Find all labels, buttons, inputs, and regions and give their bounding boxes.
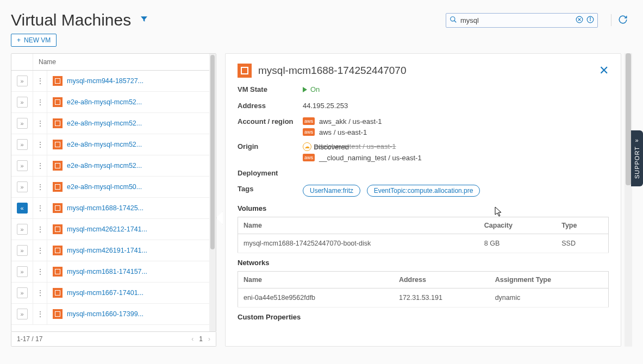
new-vm-button[interactable]: + NEW VM	[11, 34, 57, 47]
table-row[interactable]: eni-0a44e518e9562fdfb 172.31.53.191 dyna…	[238, 288, 609, 307]
expand-toggle[interactable]: »	[11, 283, 33, 303]
clear-search-icon[interactable]	[576, 16, 583, 25]
col-assignment[interactable]: Assignment Type	[490, 271, 609, 288]
chevron-right-icon[interactable]: »	[17, 224, 28, 235]
pager: ‹ 1 ›	[191, 335, 210, 343]
tags-value: UserName:fritz EventTopic:compute.alloca…	[303, 185, 609, 197]
chevron-right-icon[interactable]: »	[17, 118, 28, 129]
row-menu-icon[interactable]: ⋮	[33, 134, 47, 155]
header: Virtual Machines	[0, 0, 643, 34]
row-menu-icon[interactable]: ⋮	[33, 92, 47, 112]
expand-toggle[interactable]: »	[11, 113, 33, 134]
vm-name-link[interactable]: e2e-a8n-mysql-mcm52...	[67, 141, 142, 148]
plus-icon: +	[17, 36, 21, 44]
row-menu-icon[interactable]: ⋮	[33, 113, 47, 134]
row-menu-icon[interactable]: ⋮	[33, 155, 47, 176]
section-volumes: Volumes	[238, 204, 609, 212]
vm-list-row[interactable]: »⋮mysql-mcm426191-1741...	[11, 240, 216, 261]
vm-name-link[interactable]: e2e-a8n-mysql-mcm50...	[67, 183, 142, 191]
vm-list-row[interactable]: »⋮mysql-mcm944-185727...	[11, 71, 216, 92]
expand-toggle[interactable]: »	[11, 71, 33, 91]
expand-toggle[interactable]: »	[11, 155, 33, 176]
vm-list-row[interactable]: »⋮e2e-a8n-mysql-mcm52...	[11, 113, 216, 134]
table-row[interactable]: mysql-mcm1688-174252447070-boot-disk 8 G…	[238, 234, 609, 253]
chevron-right-icon[interactable]: »	[17, 76, 28, 86]
vm-icon	[53, 161, 63, 171]
vm-list-row[interactable]: »⋮e2e-a8n-mysql-mcm52...	[11, 92, 216, 113]
row-menu-icon[interactable]: ⋮	[33, 177, 47, 197]
expand-toggle[interactable]: »	[11, 92, 33, 112]
label-deployment: Deployment	[238, 169, 303, 177]
vm-list-row[interactable]: »⋮mysql-mcm1660-17399...	[11, 304, 216, 325]
col-type[interactable]: Type	[556, 217, 608, 234]
expand-toggle[interactable]: »	[11, 177, 33, 197]
chevron-right-icon[interactable]: »	[17, 245, 28, 256]
chevron-right-icon[interactable]: »	[17, 309, 28, 319]
vm-list-row[interactable]: »⋮e2e-a8n-mysql-mcm50...	[11, 177, 216, 198]
account-region-value: awsaws_akk / us-east-1 awsaws / us-east-…	[303, 117, 609, 139]
vm-icon	[53, 288, 63, 298]
expand-toggle[interactable]: »	[11, 261, 33, 282]
chevron-right-icon[interactable]: »	[17, 160, 28, 171]
cloud-icon: ☁	[303, 142, 311, 151]
col-address[interactable]: Address	[394, 271, 490, 288]
filter-icon[interactable]	[140, 15, 148, 26]
vm-name-link[interactable]: e2e-a8n-mysql-mcm52...	[67, 98, 142, 106]
chevron-right-icon[interactable]: »	[17, 287, 28, 298]
vm-name-link[interactable]: mysql-mcm1660-17399...	[67, 310, 143, 318]
pager-prev-icon[interactable]: ‹	[191, 335, 193, 343]
refresh-icon[interactable]	[618, 15, 628, 26]
row-menu-icon[interactable]: ⋮	[33, 219, 47, 240]
vm-list-row[interactable]: »⋮mysql-mcm1667-17401...	[11, 283, 216, 304]
vm-name-link[interactable]: mysql-mcm1688-17425...	[67, 204, 143, 212]
chevron-right-icon[interactable]: »	[17, 181, 28, 192]
vm-name-link[interactable]: mysql-mcm944-185727...	[67, 77, 143, 85]
info-icon[interactable]	[586, 16, 594, 25]
vm-list-row[interactable]: «⋮mysql-mcm1688-17425...	[11, 198, 216, 219]
vm-name-link[interactable]: e2e-a8n-mysql-mcm52...	[67, 162, 142, 170]
support-tab[interactable]: SUPPORT »	[631, 130, 643, 186]
tag[interactable]: EventTopic:compute.allocation.pre	[367, 185, 480, 197]
chevron-right-icon[interactable]: »	[17, 97, 28, 108]
vm-name-link[interactable]: mysql-mcm426212-1741...	[67, 225, 147, 233]
vm-list-row[interactable]: »⋮mysql-mcm1681-174157...	[11, 261, 216, 283]
close-icon[interactable]: ✕	[599, 64, 609, 78]
expand-toggle[interactable]: »	[11, 304, 33, 324]
search-box[interactable]	[446, 13, 598, 28]
vm-icon	[53, 246, 63, 255]
vm-name-link[interactable]: mysql-mcm426191-1741...	[67, 247, 147, 254]
detail-scrollbar[interactable]	[625, 53, 632, 347]
row-menu-icon[interactable]: ⋮	[33, 261, 47, 282]
vm-list-row[interactable]: »⋮mysql-mcm426212-1741...	[11, 219, 216, 240]
chevron-left-icon[interactable]: «	[17, 203, 28, 214]
expand-toggle[interactable]: «	[11, 198, 33, 218]
row-menu-icon[interactable]: ⋮	[33, 304, 47, 324]
search-input[interactable]	[460, 16, 576, 24]
list-header-name[interactable]: Name	[33, 54, 216, 70]
vm-name-link[interactable]: mysql-mcm1667-17401...	[67, 289, 143, 297]
tag[interactable]: UserName:fritz	[303, 185, 360, 197]
networks-table: Name Address Assignment Type eni-0a44e51…	[238, 271, 609, 307]
origin-value: ☁ adelcheva-test / us-east-1 Discovered …	[303, 142, 609, 165]
list-scrollbar[interactable]	[209, 54, 216, 331]
row-menu-icon[interactable]: ⋮	[33, 240, 47, 261]
row-menu-icon[interactable]: ⋮	[33, 71, 47, 91]
expand-toggle[interactable]: »	[11, 134, 33, 155]
pager-next-icon[interactable]: ›	[208, 335, 210, 343]
list-header: Name	[11, 54, 216, 71]
row-menu-icon[interactable]: ⋮	[33, 198, 47, 218]
vm-name-link[interactable]: mysql-mcm1681-174157...	[67, 268, 147, 275]
col-name[interactable]: Name	[238, 271, 394, 288]
expand-toggle[interactable]: »	[11, 219, 33, 240]
expand-toggle[interactable]: »	[11, 240, 33, 261]
col-name[interactable]: Name	[238, 217, 479, 234]
page-title: Virtual Machines	[11, 11, 131, 29]
chevron-right-icon[interactable]: »	[17, 266, 28, 277]
vm-list-row[interactable]: »⋮e2e-a8n-mysql-mcm52...	[11, 134, 216, 155]
vm-list-row[interactable]: »⋮e2e-a8n-mysql-mcm52...	[11, 155, 216, 177]
chevron-right-icon[interactable]: »	[17, 139, 28, 150]
vm-name-link[interactable]: e2e-a8n-mysql-mcm52...	[67, 120, 142, 127]
col-capacity[interactable]: Capacity	[479, 217, 556, 234]
svg-line-1	[454, 20, 457, 22]
row-menu-icon[interactable]: ⋮	[33, 283, 47, 303]
